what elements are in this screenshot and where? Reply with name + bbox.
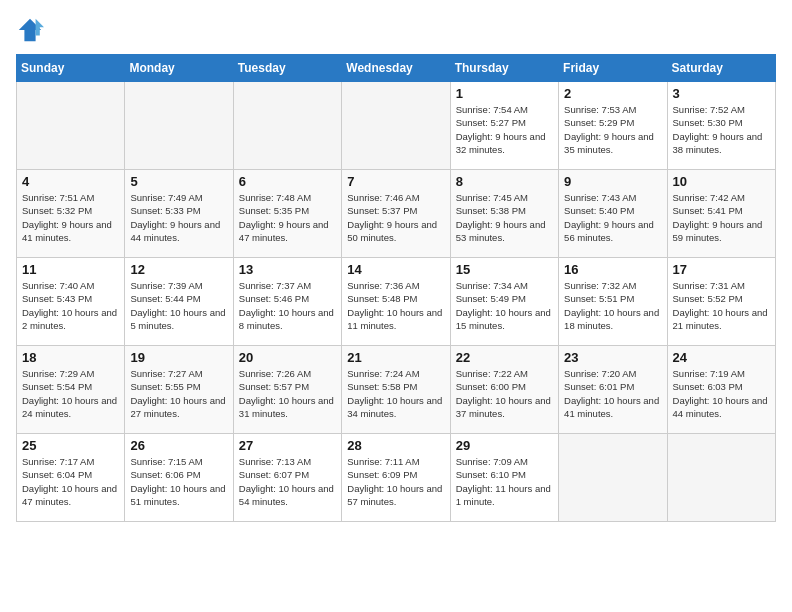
day-number: 10 [673, 174, 770, 189]
day-number: 25 [22, 438, 119, 453]
weekday-header-sunday: Sunday [17, 55, 125, 82]
day-info: Sunrise: 7:48 AMSunset: 5:35 PMDaylight:… [239, 191, 336, 244]
day-cell-20: 20Sunrise: 7:26 AMSunset: 5:57 PMDayligh… [233, 346, 341, 434]
day-info: Sunrise: 7:20 AMSunset: 6:01 PMDaylight:… [564, 367, 661, 420]
weekday-header-tuesday: Tuesday [233, 55, 341, 82]
day-number: 23 [564, 350, 661, 365]
day-info: Sunrise: 7:13 AMSunset: 6:07 PMDaylight:… [239, 455, 336, 508]
day-cell-28: 28Sunrise: 7:11 AMSunset: 6:09 PMDayligh… [342, 434, 450, 522]
empty-cell [559, 434, 667, 522]
week-row-4: 18Sunrise: 7:29 AMSunset: 5:54 PMDayligh… [17, 346, 776, 434]
day-number: 26 [130, 438, 227, 453]
weekday-header-thursday: Thursday [450, 55, 558, 82]
day-info: Sunrise: 7:43 AMSunset: 5:40 PMDaylight:… [564, 191, 661, 244]
empty-cell [667, 434, 775, 522]
day-info: Sunrise: 7:17 AMSunset: 6:04 PMDaylight:… [22, 455, 119, 508]
day-number: 4 [22, 174, 119, 189]
day-info: Sunrise: 7:46 AMSunset: 5:37 PMDaylight:… [347, 191, 444, 244]
day-cell-10: 10Sunrise: 7:42 AMSunset: 5:41 PMDayligh… [667, 170, 775, 258]
day-number: 15 [456, 262, 553, 277]
day-number: 17 [673, 262, 770, 277]
day-number: 19 [130, 350, 227, 365]
week-row-2: 4Sunrise: 7:51 AMSunset: 5:32 PMDaylight… [17, 170, 776, 258]
day-cell-17: 17Sunrise: 7:31 AMSunset: 5:52 PMDayligh… [667, 258, 775, 346]
day-info: Sunrise: 7:54 AMSunset: 5:27 PMDaylight:… [456, 103, 553, 156]
day-number: 9 [564, 174, 661, 189]
day-cell-14: 14Sunrise: 7:36 AMSunset: 5:48 PMDayligh… [342, 258, 450, 346]
calendar-table: SundayMondayTuesdayWednesdayThursdayFrid… [16, 54, 776, 522]
day-cell-29: 29Sunrise: 7:09 AMSunset: 6:10 PMDayligh… [450, 434, 558, 522]
day-info: Sunrise: 7:09 AMSunset: 6:10 PMDaylight:… [456, 455, 553, 508]
week-row-1: 1Sunrise: 7:54 AMSunset: 5:27 PMDaylight… [17, 82, 776, 170]
day-info: Sunrise: 7:45 AMSunset: 5:38 PMDaylight:… [456, 191, 553, 244]
weekday-header-saturday: Saturday [667, 55, 775, 82]
day-cell-26: 26Sunrise: 7:15 AMSunset: 6:06 PMDayligh… [125, 434, 233, 522]
day-cell-7: 7Sunrise: 7:46 AMSunset: 5:37 PMDaylight… [342, 170, 450, 258]
header [16, 16, 776, 44]
day-cell-8: 8Sunrise: 7:45 AMSunset: 5:38 PMDaylight… [450, 170, 558, 258]
empty-cell [17, 82, 125, 170]
day-cell-23: 23Sunrise: 7:20 AMSunset: 6:01 PMDayligh… [559, 346, 667, 434]
day-cell-21: 21Sunrise: 7:24 AMSunset: 5:58 PMDayligh… [342, 346, 450, 434]
day-number: 27 [239, 438, 336, 453]
day-info: Sunrise: 7:15 AMSunset: 6:06 PMDaylight:… [130, 455, 227, 508]
day-info: Sunrise: 7:40 AMSunset: 5:43 PMDaylight:… [22, 279, 119, 332]
day-cell-6: 6Sunrise: 7:48 AMSunset: 5:35 PMDaylight… [233, 170, 341, 258]
day-info: Sunrise: 7:22 AMSunset: 6:00 PMDaylight:… [456, 367, 553, 420]
day-info: Sunrise: 7:11 AMSunset: 6:09 PMDaylight:… [347, 455, 444, 508]
day-cell-16: 16Sunrise: 7:32 AMSunset: 5:51 PMDayligh… [559, 258, 667, 346]
weekday-header-row: SundayMondayTuesdayWednesdayThursdayFrid… [17, 55, 776, 82]
day-info: Sunrise: 7:24 AMSunset: 5:58 PMDaylight:… [347, 367, 444, 420]
day-cell-2: 2Sunrise: 7:53 AMSunset: 5:29 PMDaylight… [559, 82, 667, 170]
day-info: Sunrise: 7:26 AMSunset: 5:57 PMDaylight:… [239, 367, 336, 420]
day-info: Sunrise: 7:42 AMSunset: 5:41 PMDaylight:… [673, 191, 770, 244]
day-cell-15: 15Sunrise: 7:34 AMSunset: 5:49 PMDayligh… [450, 258, 558, 346]
day-info: Sunrise: 7:51 AMSunset: 5:32 PMDaylight:… [22, 191, 119, 244]
day-number: 24 [673, 350, 770, 365]
day-cell-18: 18Sunrise: 7:29 AMSunset: 5:54 PMDayligh… [17, 346, 125, 434]
weekday-header-friday: Friday [559, 55, 667, 82]
day-info: Sunrise: 7:31 AMSunset: 5:52 PMDaylight:… [673, 279, 770, 332]
weekday-header-monday: Monday [125, 55, 233, 82]
empty-cell [342, 82, 450, 170]
day-number: 3 [673, 86, 770, 101]
day-number: 2 [564, 86, 661, 101]
day-cell-3: 3Sunrise: 7:52 AMSunset: 5:30 PMDaylight… [667, 82, 775, 170]
day-info: Sunrise: 7:19 AMSunset: 6:03 PMDaylight:… [673, 367, 770, 420]
day-number: 28 [347, 438, 444, 453]
day-info: Sunrise: 7:49 AMSunset: 5:33 PMDaylight:… [130, 191, 227, 244]
day-cell-19: 19Sunrise: 7:27 AMSunset: 5:55 PMDayligh… [125, 346, 233, 434]
day-info: Sunrise: 7:27 AMSunset: 5:55 PMDaylight:… [130, 367, 227, 420]
day-cell-1: 1Sunrise: 7:54 AMSunset: 5:27 PMDaylight… [450, 82, 558, 170]
day-number: 22 [456, 350, 553, 365]
day-cell-9: 9Sunrise: 7:43 AMSunset: 5:40 PMDaylight… [559, 170, 667, 258]
week-row-5: 25Sunrise: 7:17 AMSunset: 6:04 PMDayligh… [17, 434, 776, 522]
day-cell-24: 24Sunrise: 7:19 AMSunset: 6:03 PMDayligh… [667, 346, 775, 434]
day-number: 14 [347, 262, 444, 277]
empty-cell [233, 82, 341, 170]
day-info: Sunrise: 7:36 AMSunset: 5:48 PMDaylight:… [347, 279, 444, 332]
day-cell-4: 4Sunrise: 7:51 AMSunset: 5:32 PMDaylight… [17, 170, 125, 258]
day-number: 5 [130, 174, 227, 189]
logo-icon [16, 16, 44, 44]
day-number: 12 [130, 262, 227, 277]
day-cell-11: 11Sunrise: 7:40 AMSunset: 5:43 PMDayligh… [17, 258, 125, 346]
day-info: Sunrise: 7:53 AMSunset: 5:29 PMDaylight:… [564, 103, 661, 156]
day-number: 1 [456, 86, 553, 101]
day-number: 16 [564, 262, 661, 277]
day-number: 13 [239, 262, 336, 277]
day-number: 7 [347, 174, 444, 189]
day-number: 29 [456, 438, 553, 453]
day-cell-25: 25Sunrise: 7:17 AMSunset: 6:04 PMDayligh… [17, 434, 125, 522]
day-cell-27: 27Sunrise: 7:13 AMSunset: 6:07 PMDayligh… [233, 434, 341, 522]
day-number: 21 [347, 350, 444, 365]
day-info: Sunrise: 7:37 AMSunset: 5:46 PMDaylight:… [239, 279, 336, 332]
logo [16, 16, 48, 44]
week-row-3: 11Sunrise: 7:40 AMSunset: 5:43 PMDayligh… [17, 258, 776, 346]
empty-cell [125, 82, 233, 170]
day-number: 6 [239, 174, 336, 189]
day-cell-12: 12Sunrise: 7:39 AMSunset: 5:44 PMDayligh… [125, 258, 233, 346]
day-info: Sunrise: 7:34 AMSunset: 5:49 PMDaylight:… [456, 279, 553, 332]
day-number: 20 [239, 350, 336, 365]
day-number: 8 [456, 174, 553, 189]
